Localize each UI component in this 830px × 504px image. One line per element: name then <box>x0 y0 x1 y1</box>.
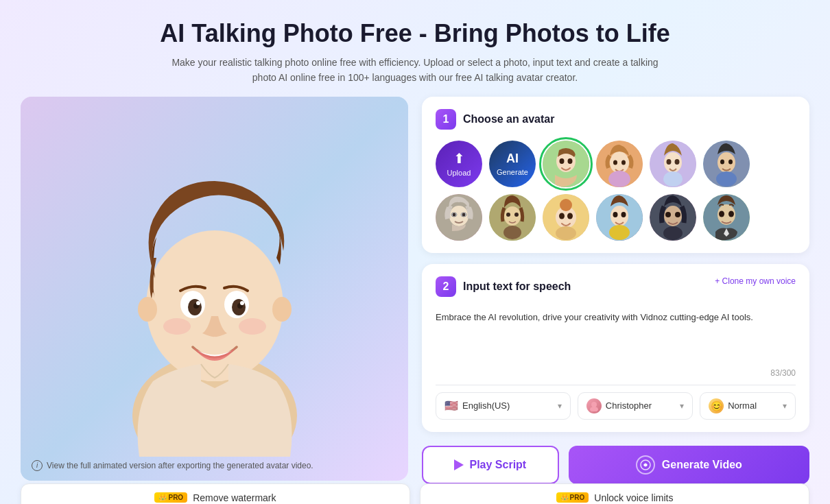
step2-title: Input text for speech <box>463 280 571 293</box>
page-subtitle: Make your realistic talking photo online… <box>161 55 669 86</box>
voice-chevron-icon: ▾ <box>680 401 684 411</box>
svg-point-27 <box>667 159 672 165</box>
page-title: AI Talking Photo Free - Bring Photos to … <box>14 19 816 48</box>
main-content: i View the full animated version after e… <box>0 97 830 481</box>
remove-watermark-label: Remove watermark <box>193 492 276 503</box>
svg-point-50 <box>567 213 573 219</box>
avatar-item-3[interactable] <box>650 141 696 187</box>
watermark-info: i View the full animated version after e… <box>32 460 313 471</box>
svg-point-18 <box>560 158 565 164</box>
upload-label: Upload <box>447 169 471 177</box>
watermark-text: View the full animated version after exp… <box>47 461 313 470</box>
page-header: AI Talking Photo Free - Bring Photos to … <box>0 0 830 97</box>
svg-point-51 <box>556 226 576 240</box>
voice-label: Christopher <box>606 400 652 411</box>
svg-point-15 <box>239 318 266 335</box>
svg-point-55 <box>621 212 626 217</box>
svg-point-4 <box>138 297 157 322</box>
play-script-label: Play Script <box>469 459 526 471</box>
right-panel: 1 Choose an avatar ⬆ Upload AI Generate <box>422 97 809 481</box>
divider <box>436 385 796 385</box>
unlock-voice-button[interactable]: PRO Unlock voice limits <box>420 483 809 504</box>
language-chevron-icon: ▾ <box>558 401 562 411</box>
step2-badge: 2 <box>436 276 456 297</box>
play-icon <box>454 459 464 470</box>
generate-video-button[interactable]: Generate Video <box>569 446 809 484</box>
avatar-preview: i View the full animated version after e… <box>21 97 408 481</box>
ai-generate-button[interactable]: AI Generate <box>489 141 536 187</box>
step2-header: 2 Input text for speech + Clone my own v… <box>436 276 796 297</box>
avatar-item-1[interactable] <box>543 141 589 187</box>
svg-point-56 <box>609 225 630 240</box>
language-label: English(US) <box>462 400 510 411</box>
svg-point-22 <box>613 160 617 165</box>
svg-point-45 <box>503 226 521 239</box>
avatar-item-8[interactable] <box>596 194 643 241</box>
svg-point-66 <box>591 402 597 407</box>
play-script-button[interactable]: Play Script <box>422 446 559 484</box>
avatar-item-5[interactable] <box>436 194 482 241</box>
svg-point-60 <box>675 212 680 217</box>
avatar-item-10[interactable] <box>703 194 750 241</box>
svg-point-32 <box>720 159 724 164</box>
unlock-voice-label: Unlock voice limits <box>594 492 673 503</box>
svg-point-13 <box>240 301 244 305</box>
svg-point-24 <box>608 171 630 187</box>
pro-label-2: PRO <box>570 494 585 501</box>
avatar-item-7[interactable] <box>543 194 589 241</box>
step2-card: 2 Input text for speech + Clone my own v… <box>422 264 809 432</box>
svg-point-59 <box>665 212 671 217</box>
clone-voice-button[interactable]: + Clone my own voice <box>715 276 796 286</box>
character-svg <box>91 121 338 457</box>
voice-avatar-icon <box>586 398 602 413</box>
step1-badge: 1 <box>436 109 456 130</box>
svg-point-49 <box>559 213 565 219</box>
avatar-item-4[interactable] <box>703 141 750 187</box>
avatar-item-6[interactable] <box>489 194 536 241</box>
pro-badge-2: PRO <box>556 492 589 503</box>
voice-controls: 🇺🇸 English(US) ▾ Christopher ▾ <box>436 392 796 420</box>
emotion-icon: 😊 <box>709 398 724 413</box>
emotion-label: Normal <box>728 400 757 411</box>
svg-point-23 <box>621 160 626 165</box>
language-flag: 🇺🇸 <box>444 399 458 412</box>
svg-point-48 <box>560 199 572 211</box>
svg-point-34 <box>716 171 737 187</box>
upload-avatar-button[interactable]: ⬆ Upload <box>436 141 482 187</box>
svg-point-29 <box>663 171 683 187</box>
svg-point-67 <box>590 407 598 411</box>
svg-point-61 <box>663 226 683 240</box>
svg-point-28 <box>675 159 680 165</box>
voice-select[interactable]: Christopher ▾ <box>578 392 693 420</box>
svg-point-65 <box>728 211 734 217</box>
svg-point-19 <box>568 158 573 164</box>
svg-point-44 <box>514 213 519 217</box>
clone-voice-label: + Clone my own voice <box>715 276 796 286</box>
avatar-item-9[interactable] <box>650 194 696 241</box>
svg-point-64 <box>719 211 724 217</box>
step1-card: 1 Choose an avatar ⬆ Upload AI Generate <box>422 97 809 253</box>
svg-point-43 <box>506 213 510 217</box>
remove-watermark-button[interactable]: PRO Remove watermark <box>21 483 410 504</box>
pro-label-1: PRO <box>168 494 183 501</box>
emotion-select[interactable]: 😊 Normal ▾ <box>700 392 796 420</box>
char-count: 83/300 <box>436 368 796 378</box>
svg-point-39 <box>453 213 456 216</box>
upload-icon: ⬆ <box>453 150 465 167</box>
speech-text-input[interactable] <box>436 308 796 363</box>
svg-point-14 <box>163 318 191 335</box>
language-select[interactable]: 🇺🇸 English(US) ▾ <box>436 392 571 420</box>
svg-point-54 <box>613 212 618 217</box>
avatar-item-2[interactable] <box>596 141 643 187</box>
step1-title: Choose an avatar <box>463 113 554 125</box>
ai-generate-label: Generate <box>497 168 528 176</box>
svg-point-40 <box>462 213 466 216</box>
svg-point-5 <box>272 297 292 322</box>
action-buttons: Play Script Generate Video <box>422 446 809 484</box>
info-icon: i <box>32 460 43 471</box>
svg-point-53 <box>610 206 628 226</box>
avatar-image-area <box>21 97 408 481</box>
emotion-chevron-icon: ▾ <box>783 401 787 411</box>
ai-icon: AI <box>506 152 519 166</box>
step1-header: 1 Choose an avatar <box>436 109 796 130</box>
